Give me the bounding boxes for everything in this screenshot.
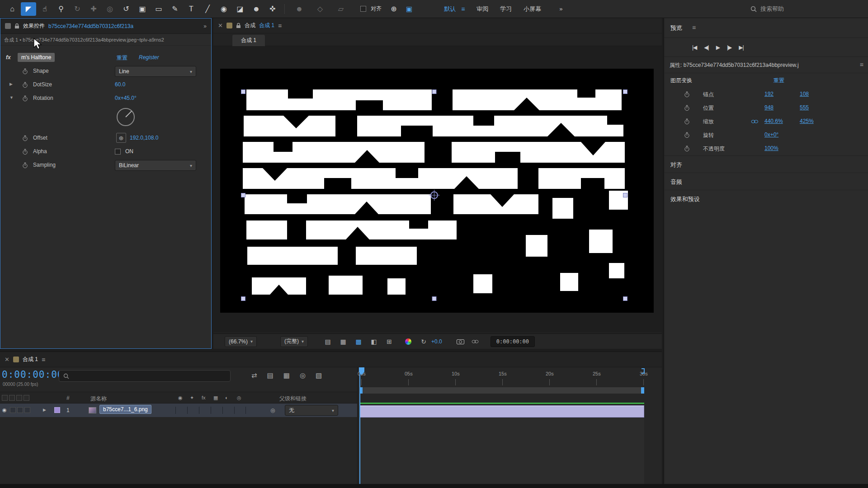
threed-switch[interactable]	[234, 407, 246, 414]
rotation-value[interactable]: 0x+45.0°	[115, 95, 137, 101]
show-snapshot-icon[interactable]	[472, 339, 479, 344]
magnification-dropdown[interactable]: (66.7%)▾	[225, 336, 257, 347]
stopwatch-icon[interactable]	[22, 82, 28, 88]
view-layout-icon[interactable]: ⊞	[384, 338, 394, 345]
layer-expander-icon[interactable]: ▶	[43, 408, 46, 412]
panel-overflow-icon[interactable]: »	[203, 23, 207, 29]
lock-toggle[interactable]	[24, 407, 30, 413]
home-tool-icon[interactable]: ⌂	[5, 2, 20, 16]
safe-frames-icon[interactable]: ▤	[323, 338, 333, 345]
transform-reset-link[interactable]: 重置	[774, 77, 784, 84]
stopwatch-icon[interactable]	[684, 105, 690, 111]
transparency-grid-icon[interactable]: ▩	[354, 338, 363, 345]
lasso-mode-icon[interactable]: ▱	[333, 2, 349, 16]
brush-tool-icon[interactable]: ╱	[200, 2, 215, 16]
section-header-对齐[interactable]: 对齐	[664, 155, 868, 173]
close-icon[interactable]: ✕	[5, 356, 9, 363]
work-area-end-handle[interactable]	[641, 387, 644, 394]
clone-stamp-tool-icon[interactable]: ◉	[216, 2, 231, 16]
solo-toggle[interactable]	[17, 407, 23, 413]
stopwatch-icon[interactable]	[684, 132, 690, 138]
go-to-start-button[interactable]: |◀	[692, 44, 697, 51]
adjustment-switch[interactable]	[222, 407, 234, 414]
rotation-tool-icon[interactable]: ↺	[118, 2, 134, 16]
align-checkbox[interactable]	[360, 6, 366, 12]
channel-icon[interactable]	[405, 338, 411, 345]
stopwatch-icon[interactable]	[684, 91, 690, 98]
sampling-dropdown[interactable]: BiLinear▾	[115, 160, 196, 171]
parent-dropdown[interactable]: 无▾	[285, 405, 338, 416]
panel-tab-filename[interactable]: b75cce734e774dd5b70312c6f213a	[48, 23, 133, 29]
effect-register-link[interactable]: Register	[139, 54, 159, 61]
current-time-field[interactable]: 0:00:00:00	[2, 369, 63, 380]
type-tool-icon[interactable]: T	[184, 2, 199, 16]
transform-value[interactable]: 440.6%	[764, 118, 783, 124]
lock-icon[interactable]	[236, 23, 241, 28]
stopwatch-icon[interactable]	[22, 162, 28, 169]
transform-value[interactable]: 555	[800, 104, 809, 111]
reset-exposure-icon[interactable]: ↻	[419, 338, 429, 345]
selection-tool-icon[interactable]: ◤	[21, 2, 36, 16]
timeline-tool-icon-1[interactable]: ⇄	[251, 371, 257, 380]
transform-value[interactable]: 192	[764, 91, 774, 97]
timeline-tab-name[interactable]: 合成 1	[23, 356, 38, 363]
go-to-end-button[interactable]: ▶|	[739, 44, 743, 51]
shy-switch[interactable]	[175, 407, 187, 414]
region-of-interest-icon[interactable]: ▣	[406, 5, 412, 13]
current-time-indicator[interactable]	[359, 367, 360, 484]
guides-icon[interactable]: ◧	[369, 338, 379, 345]
anchor-target-icon[interactable]: ⊕	[116, 133, 126, 143]
panel-tab-title[interactable]: 效果控件	[23, 22, 45, 30]
transform-value[interactable]: 108	[800, 91, 809, 97]
layer-row[interactable]: ◉ ▶ 1 b75cce7...1_6.png ◎ 无▾	[0, 404, 357, 417]
layer-visibility-icon[interactable]: ◉	[2, 407, 7, 413]
timeline-tool-icon-3[interactable]: ▦	[283, 371, 290, 380]
dolly-camera-tool-icon[interactable]: ◎	[102, 2, 118, 16]
pen-tool-icon[interactable]: ✎	[167, 2, 183, 16]
workspace-tab-4[interactable]: 小屏幕	[524, 5, 541, 13]
stopwatch-icon[interactable]	[22, 135, 28, 141]
shape-mode-icon[interactable]: ◇	[312, 2, 328, 16]
composition-tab-name[interactable]: 合成 1	[259, 22, 274, 29]
stopwatch-icon[interactable]	[22, 68, 28, 75]
play-button[interactable]: ▶	[716, 44, 720, 51]
layer-duration-bar[interactable]	[359, 405, 644, 418]
link-chain-icon[interactable]	[751, 119, 759, 124]
lock-icon[interactable]	[14, 23, 19, 29]
effect-name[interactable]: m's Halftone	[18, 53, 55, 62]
alpha-checkbox[interactable]	[115, 149, 121, 155]
next-frame-button[interactable]: |▶	[727, 44, 731, 51]
roto-brush-tool-icon[interactable]: ☻	[249, 2, 264, 16]
section-header-音频[interactable]: 音频	[664, 173, 868, 190]
workspace-tab-3[interactable]: 学习	[500, 5, 512, 13]
viewer-tab-comp1[interactable]: 合成 1	[232, 35, 265, 46]
previous-frame-button[interactable]: ◀|	[704, 44, 708, 51]
offset-value[interactable]: 192.0,108.0	[130, 135, 158, 141]
workspace-menu-icon[interactable]: ≡	[461, 5, 465, 13]
resolution-dropdown[interactable]: (完整)▾	[280, 336, 308, 347]
shape-dropdown[interactable]: Line▾	[115, 66, 196, 77]
composition-viewport[interactable]	[213, 46, 662, 332]
layer-name[interactable]: b75cce7...1_6.png	[99, 405, 151, 414]
timeline-search[interactable]	[59, 370, 231, 382]
stopwatch-icon[interactable]	[684, 118, 690, 125]
collapse-switch[interactable]	[187, 407, 199, 414]
snapshot-camera-icon[interactable]	[457, 338, 464, 344]
timeline-tool-icon-4[interactable]: ◎	[300, 371, 306, 380]
motion-blur-switch[interactable]	[211, 407, 222, 414]
stopwatch-icon[interactable]	[22, 149, 28, 155]
mask-mode-icon[interactable]: ☻	[292, 2, 307, 16]
pickwhip-icon[interactable]: ◎	[270, 407, 275, 413]
stopwatch-icon[interactable]	[684, 145, 690, 152]
layer-label-color[interactable]	[54, 407, 60, 413]
close-icon[interactable]: ✕	[218, 22, 223, 29]
shape-tool-icon[interactable]: ▭	[151, 2, 166, 16]
expander-icon[interactable]: ▼	[9, 95, 14, 100]
hand-tool-icon[interactable]: ☝	[37, 2, 52, 16]
stopwatch-icon[interactable]	[22, 95, 28, 102]
panel-grip-icon[interactable]	[5, 23, 11, 29]
fx-switch[interactable]	[199, 407, 211, 414]
rotation-dial[interactable]	[0, 105, 211, 131]
timeline-ruler-area[interactable]: 00s05s10s15s20s25s30s	[357, 367, 662, 484]
timeline-tool-icon-5[interactable]: ▧	[316, 371, 322, 380]
